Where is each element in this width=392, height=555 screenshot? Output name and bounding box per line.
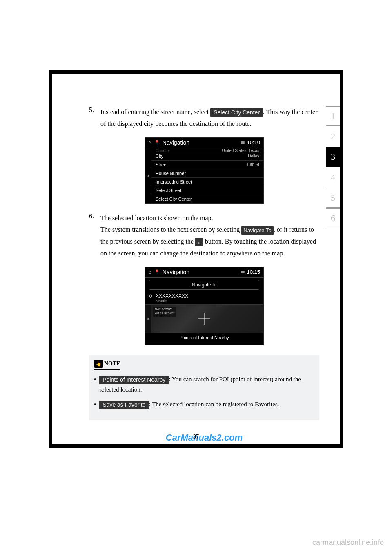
label: City: [156, 154, 163, 159]
label: Select City Center: [156, 197, 192, 201]
line-1: The selected location is shown on the ma…: [100, 213, 319, 224]
select-city-center-button-ref: Select City Center: [210, 108, 263, 117]
screenshot-title: Navigation: [163, 139, 238, 146]
latitude: N47.60357°: [155, 307, 175, 311]
poi-nearby-row: Points of Interest Nearby: [145, 333, 263, 342]
tab-5[interactable]: 5: [326, 188, 340, 208]
marker-icon: 📍: [154, 269, 160, 275]
label: Intersecting Street: [156, 179, 192, 184]
note-text: Save as Favorite: The selected location …: [99, 399, 279, 410]
screenshot-header: ⌂ 📍 Navigation ▮▮▮ 10:15: [145, 267, 263, 278]
row-country: CountryUnited States, Texas: [151, 148, 263, 152]
text: : The selected location can be registere…: [149, 401, 279, 407]
address-rows: CountryUnited States, Texas CityDallas S…: [151, 148, 263, 203]
navigate-to-button-ref: Navigate To: [241, 226, 273, 235]
note-hand-icon: 👆: [94, 360, 103, 368]
line-2: The system transitions to the next scree…: [100, 224, 319, 259]
row-house-number: House Number: [151, 169, 263, 178]
longitude: W122.32945°: [155, 311, 175, 316]
poi-nearby-button-ref: Points of Interest Nearby: [99, 376, 169, 384]
signal-icon: ▮▮▮: [241, 141, 244, 144]
note-item-favorite: • Save as Favorite: The selected locatio…: [94, 399, 314, 410]
row-select-city-center: Select City Center: [151, 195, 263, 203]
step-text: Instead of entering the street name, sel…: [100, 106, 319, 130]
home-icon: ⌂: [148, 269, 151, 275]
tab-2[interactable]: 2: [326, 127, 340, 146]
page-number: 37: [52, 434, 340, 440]
back-tab: «: [145, 148, 151, 203]
loc-title: XXXXXXXXXX: [156, 293, 259, 299]
back-tab: «: [145, 305, 151, 333]
tab-1[interactable]: 1: [326, 106, 340, 126]
note-item-poi: • Points of Interest Nearby: You can sea…: [94, 374, 314, 395]
row-intersecting: Intersecting Street: [151, 178, 263, 186]
section-tabs: 1 2 3 4 5 6: [326, 106, 340, 229]
screenshot-title: Navigation: [163, 269, 238, 275]
location-name: ◇ XXXXXXXXXX Seattle: [145, 292, 263, 304]
label: Select Street: [156, 188, 181, 193]
row-street: Street13th St: [151, 161, 263, 169]
navigate-to-bar: Navigate to: [149, 280, 259, 290]
loc-subtitle: Seattle: [156, 299, 259, 303]
marker-icon: 📍: [154, 140, 160, 145]
step-number: 6.: [89, 213, 100, 260]
value: Dallas: [248, 154, 259, 159]
tab-4[interactable]: 4: [326, 168, 340, 187]
step-6: 6. The selected location is shown on the…: [89, 213, 319, 260]
row-city: CityDallas: [151, 152, 263, 161]
signal-icon: ▮▮▮: [241, 270, 244, 274]
coordinates: N47.60357° W122.32945°: [153, 307, 176, 317]
note-box: 👆 NOTE • Points of Interest Nearby: You …: [89, 355, 319, 421]
note-header: 👆 NOTE: [94, 360, 120, 370]
text: The system transitions to the next scree…: [100, 226, 241, 233]
note-text: Points of Interest Nearby: You can searc…: [99, 374, 314, 395]
label: Street: [156, 162, 167, 167]
clock: 10:10: [247, 139, 260, 145]
label: House Number: [156, 171, 186, 176]
tab-3[interactable]: 3: [326, 147, 340, 167]
manual-page: 1 2 3 4 5 6 5. Instead of entering the s…: [52, 74, 340, 444]
step-text: The selected location is shown on the ma…: [100, 213, 319, 260]
screenshot-header: ⌂ 📍 Navigation ▮▮▮ 10:10: [145, 138, 263, 148]
step-5: 5. Instead of entering the street name, …: [89, 106, 319, 130]
map-preview: « N47.60357° W122.32945°: [145, 304, 263, 333]
crosshair-icon: [198, 313, 210, 325]
clock: 10:15: [247, 269, 260, 275]
bullet: •: [94, 374, 96, 395]
navigation-screenshot-2: ⌂ 📍 Navigation ▮▮▮ 10:15 Navigate to ◇ X…: [145, 267, 264, 345]
step-number: 5.: [89, 106, 100, 130]
note-title: NOTE: [104, 360, 120, 367]
site-brand: carmanualsonline.info: [312, 538, 384, 547]
bullet: •: [94, 399, 96, 410]
value: 13th St: [246, 162, 259, 167]
tab-6[interactable]: 6: [326, 208, 340, 228]
value: United States, Texas: [222, 148, 259, 151]
text: Instead of entering the street name, sel…: [100, 108, 210, 115]
page-content: 5. Instead of entering the street name, …: [52, 74, 340, 443]
cut-row: [145, 342, 263, 345]
diamond-icon: ◇: [149, 293, 152, 298]
save-favorite-button-ref: Save as Favorite: [99, 401, 149, 409]
home-icon: ⌂: [148, 139, 151, 145]
row-select-street: Select Street: [151, 186, 263, 195]
label: Country: [156, 148, 170, 151]
back-icon: «: [195, 238, 203, 246]
navigation-screenshot-1: ⌂ 📍 Navigation ▮▮▮ 10:10 « CountryUnited…: [145, 137, 264, 204]
